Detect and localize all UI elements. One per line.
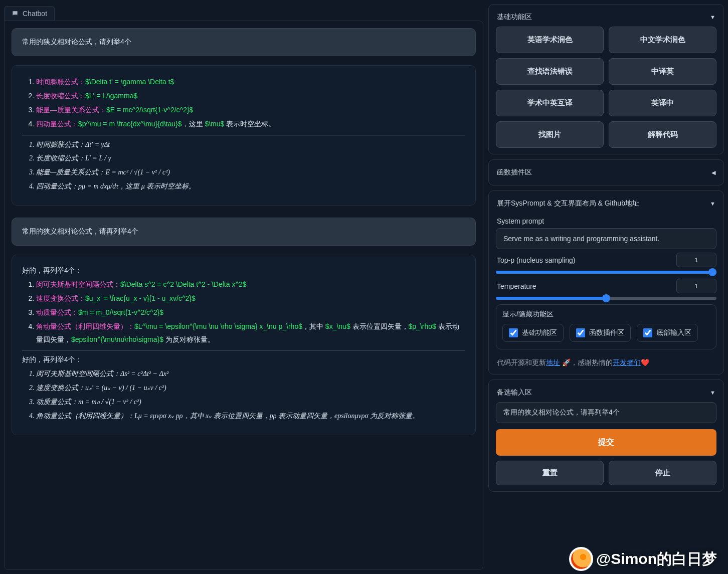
panel-expand-header[interactable]: 展开SysPrompt & 交互界面布局 & Github地址	[496, 197, 716, 213]
temp-label: Temperature	[497, 282, 536, 290]
btn-english-polish[interactable]: 英语学术润色	[496, 27, 604, 53]
btn-explain-code[interactable]: 解释代码	[609, 121, 716, 148]
sysprompt-input[interactable]	[496, 228, 716, 249]
btn-chinese-polish[interactable]: 中文学术润色	[609, 27, 716, 53]
temp-value[interactable]	[676, 279, 716, 293]
btn-find-image[interactable]: 找图片	[496, 121, 604, 148]
btn-en-to-zh[interactable]: 英译中	[609, 90, 716, 116]
chevron-down-icon	[710, 14, 715, 20]
panel-expand: 展开SysPrompt & 交互界面布局 & Github地址 System p…	[488, 190, 724, 374]
panel-alt-input: 备选输入区 提交 重置 停止	[488, 379, 724, 492]
toggle-basic[interactable]: 基础功能区	[502, 324, 564, 342]
chat-scroll[interactable]: 常用的狭义相对论公式，请列举4个 时间膨胀公式：$\Delta t' = \ga…	[4, 21, 483, 570]
toggle-plugins-checkbox[interactable]	[576, 328, 585, 337]
toggle-bottom-input[interactable]: 底部输入区	[637, 324, 698, 342]
panel-plugins-header[interactable]: 函数插件区	[496, 166, 716, 179]
topp-slider[interactable]	[496, 271, 716, 274]
bot-message: 时间膨胀公式：$\Delta t' = \gamma \Delta t$ 长度收…	[12, 65, 476, 206]
panel-basic: 基础功能区 英语学术润色 中文学术润色 查找语法错误 中译英 学术中英互译 英译…	[488, 4, 724, 154]
toggle-bottom-input-checkbox[interactable]	[643, 328, 652, 337]
stop-button[interactable]: 停止	[609, 461, 716, 485]
user-message: 常用的狭义相对论公式，请再列举4个	[12, 218, 476, 246]
chevron-down-icon	[710, 390, 715, 396]
topp-label: Top-p (nucleus sampling)	[497, 256, 575, 264]
credits-link-repo[interactable]: 地址	[546, 358, 560, 366]
sysprompt-label: System prompt	[497, 217, 716, 225]
panel-alt-input-header[interactable]: 备选输入区	[496, 386, 716, 402]
alt-input-field[interactable]	[496, 402, 716, 423]
btn-zh-to-en[interactable]: 中译英	[609, 58, 716, 85]
panel-basic-header[interactable]: 基础功能区	[496, 11, 716, 27]
chevron-down-icon	[710, 201, 715, 207]
submit-button[interactable]: 提交	[496, 429, 716, 456]
bot-message: 好的，再列举4个： 闵可夫斯基时空间隔公式：$\Delta s^2 = c^2 …	[12, 255, 476, 435]
topp-value[interactable]	[676, 253, 716, 267]
user-message: 常用的狭义相对论公式，请列举4个	[12, 28, 476, 56]
reset-button[interactable]: 重置	[496, 461, 604, 485]
btn-academic-translate[interactable]: 学术中英互译	[496, 90, 604, 116]
credits-text: 代码开源和更新地址 🚀，感谢热情的开发者们❤️	[496, 357, 716, 368]
toggle-basic-checkbox[interactable]	[509, 328, 518, 337]
panel-plugins: 函数插件区	[488, 159, 724, 185]
credits-link-devs[interactable]: 开发者们	[613, 358, 641, 366]
toggle-plugins[interactable]: 函数插件区	[570, 324, 631, 342]
chat-icon	[12, 10, 19, 17]
tab-chatbot[interactable]: Chatbot	[4, 6, 55, 21]
chevron-left-icon	[711, 169, 715, 176]
toggle-title: 显示/隐藏功能区	[502, 310, 710, 319]
tab-label: Chatbot	[23, 10, 47, 18]
btn-grammar-check[interactable]: 查找语法错误	[496, 58, 604, 85]
temp-slider[interactable]	[496, 297, 716, 300]
